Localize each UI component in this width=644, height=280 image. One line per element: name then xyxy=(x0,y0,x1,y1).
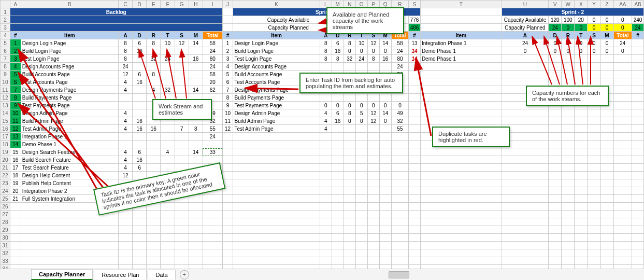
tab-capacity-planner[interactable]: Capacity Planner xyxy=(31,269,93,280)
sheet-tabs: Capacity Planner Resource Plan Data + xyxy=(0,269,644,280)
corner-cell xyxy=(1,1,10,8)
col-F[interactable]: F xyxy=(161,1,175,8)
callout-duplicate: Duplicate tasks are highlighted in red. xyxy=(432,127,510,147)
col-E[interactable]: E xyxy=(147,1,161,8)
col-I[interactable]: I xyxy=(203,1,222,8)
tab-resource-plan[interactable]: Resource Plan xyxy=(94,270,147,279)
s2-capplan[interactable]: Capacity Planned xyxy=(502,24,548,32)
col-C[interactable]: C xyxy=(118,1,132,8)
hscroll-thumb[interactable] xyxy=(389,271,409,278)
col-V[interactable]: V xyxy=(549,1,562,8)
add-sheet-button[interactable]: + xyxy=(180,270,189,279)
col-S[interactable]: S xyxy=(409,1,421,8)
col-U[interactable]: U xyxy=(502,1,548,8)
col-B[interactable]: B xyxy=(21,1,118,8)
col-D[interactable]: D xyxy=(133,1,147,8)
spreadsheet-grid[interactable]: ABCDEFGHIJKLMNOPQRSTUVWXYZAAAB 1BacklogS… xyxy=(0,0,644,280)
col-AA[interactable]: AA xyxy=(613,1,632,8)
sprint2-title[interactable]: Sprint - 2 xyxy=(502,8,643,16)
col-Z[interactable]: Z xyxy=(600,1,613,8)
callout-capacity: Available and Planned capacity of the wo… xyxy=(326,7,404,34)
column-header-row: ABCDEFGHIJKLMNOPQRSTUVWXYZAAAB xyxy=(1,1,644,8)
col-X[interactable]: X xyxy=(575,1,588,8)
col-W[interactable]: W xyxy=(562,1,575,8)
callout-taskid: Enter Task ID from backlog for auto popu… xyxy=(299,73,403,93)
callout-capnums: Capacity numbers for each of the work st… xyxy=(526,86,609,106)
col-T[interactable]: T xyxy=(420,1,502,8)
backlog-title[interactable]: Backlog xyxy=(10,8,222,16)
col-AB[interactable]: AB xyxy=(632,1,644,8)
col-Y[interactable]: Y xyxy=(588,1,600,8)
col-H[interactable]: H xyxy=(189,1,203,8)
col-A[interactable]: A xyxy=(10,1,21,8)
callout-workstream: Work Stream and estimates xyxy=(152,99,212,120)
s2-capavail[interactable]: Capacity Available xyxy=(502,16,548,24)
col-J[interactable]: J xyxy=(222,1,233,8)
tab-data[interactable]: Data xyxy=(148,270,175,279)
col-K[interactable]: K xyxy=(233,1,320,8)
col-G[interactable]: G xyxy=(175,1,189,8)
